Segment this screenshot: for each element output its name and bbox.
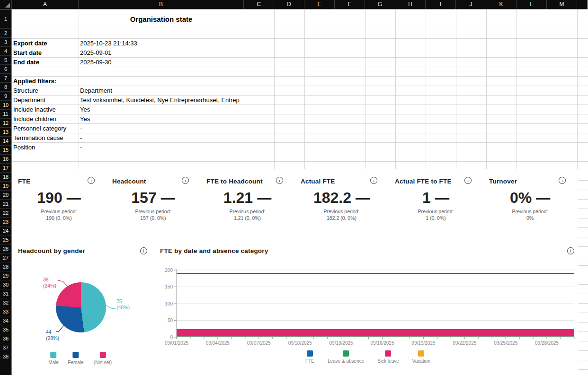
- row-header[interactable]: 20: [0, 191, 11, 200]
- row-header[interactable]: 34: [0, 316, 11, 325]
- cell-label[interactable]: Position: [13, 143, 78, 152]
- row-header[interactable]: 27: [0, 253, 11, 262]
- row-header[interactable]: 10: [0, 101, 11, 110]
- row-header[interactable]: 32: [0, 298, 11, 307]
- info-icon[interactable]: i: [276, 177, 283, 184]
- select-all-corner[interactable]: [0, 0, 12, 9]
- row-header[interactable]: 38: [0, 352, 11, 361]
- kpi-card[interactable]: Headcount i 157— Previous period: 157 (0…: [106, 169, 200, 241]
- info-icon[interactable]: i: [140, 247, 147, 254]
- sheet-row: Personnel category-: [12, 124, 244, 133]
- row-header[interactable]: 8: [0, 83, 11, 92]
- row-header[interactable]: 36: [0, 334, 11, 343]
- column-header[interactable]: H: [395, 0, 426, 9]
- cell-value[interactable]: -: [80, 133, 243, 143]
- column-header[interactable]: J: [456, 0, 486, 9]
- cell-label[interactable]: Structure: [13, 86, 78, 96]
- cell-value[interactable]: -: [80, 143, 243, 152]
- column-header[interactable]: L: [517, 0, 547, 9]
- cell-label[interactable]: Personnel category: [13, 124, 78, 133]
- cell-value[interactable]: 2025-10-23 21:14:33: [80, 39, 243, 48]
- info-icon[interactable]: i: [559, 177, 566, 184]
- cell-value[interactable]: -: [80, 124, 243, 133]
- line-chart-title: FTE by date and absence category: [160, 247, 268, 254]
- cell-value[interactable]: Yes: [80, 105, 243, 114]
- column-headers: ABCDEFGHIJKLM: [12, 0, 588, 9]
- row-header[interactable]: 9: [0, 92, 11, 101]
- legend-swatch-icon: [51, 352, 57, 358]
- column-header[interactable]: C: [244, 0, 274, 9]
- legend-label: FTE: [305, 358, 314, 364]
- cell-label[interactable]: Include inactive: [13, 105, 78, 114]
- cell-label[interactable]: Include children: [13, 114, 78, 124]
- row-header[interactable]: 23: [0, 218, 11, 227]
- row-header[interactable]: 26: [0, 244, 11, 253]
- cell-label[interactable]: Start date: [13, 48, 78, 58]
- row-header[interactable]: 37: [0, 343, 11, 352]
- column-header-partial[interactable]: [577, 0, 588, 9]
- cell-value[interactable]: 2025-09-01: [80, 48, 243, 58]
- cell-label[interactable]: Termination cause: [13, 133, 78, 143]
- column-header[interactable]: B: [79, 0, 244, 9]
- row-header[interactable]: 28: [0, 262, 11, 271]
- info-icon[interactable]: i: [567, 247, 574, 254]
- row-header[interactable]: 16: [0, 155, 11, 164]
- headcount-by-gender-chart[interactable]: Headcount by gender i 75(48%)44(28%)38(2…: [12, 244, 159, 375]
- kpi-card[interactable]: Actual FTE to FTE i 1— Previous period: …: [389, 169, 483, 241]
- row-header[interactable]: 6: [0, 65, 11, 74]
- row-header[interactable]: 2: [0, 29, 11, 38]
- cell-label[interactable]: End date: [13, 58, 78, 67]
- row-header[interactable]: 7: [0, 74, 11, 83]
- row-header[interactable]: 17: [0, 164, 11, 173]
- x-axis-label: 09/13/2025: [330, 340, 353, 346]
- kpi-card[interactable]: Actual FTE i 182.2— Previous period: 182…: [294, 169, 389, 241]
- legend-swatch-icon: [385, 350, 391, 357]
- row-header[interactable]: 5: [0, 56, 11, 65]
- cell-value[interactable]: Yes: [80, 114, 243, 124]
- row-header[interactable]: 15: [0, 146, 11, 155]
- kpi-card[interactable]: FTE i 190— Previous period: 190 (0, 0%): [12, 169, 106, 241]
- kpi-card[interactable]: Turnover i 0%— Previous period: 0%: [483, 169, 577, 241]
- cell-value[interactable]: Department: [80, 86, 243, 96]
- row-header[interactable]: 25: [0, 235, 11, 244]
- row-header[interactable]: 19: [0, 182, 11, 191]
- column-header[interactable]: M: [547, 0, 577, 9]
- cell-label[interactable]: Department: [13, 96, 78, 105]
- info-icon[interactable]: i: [370, 177, 377, 184]
- row-header[interactable]: 21: [0, 200, 11, 209]
- row-header[interactable]: 12: [0, 119, 11, 128]
- kpi-card[interactable]: FTE to Headcount i 1.21— Previous period…: [200, 169, 294, 241]
- row-header[interactable]: 18: [0, 173, 11, 182]
- column-header[interactable]: I: [426, 0, 456, 9]
- column-header[interactable]: A: [12, 0, 79, 9]
- column-header[interactable]: F: [335, 0, 365, 9]
- row-header[interactable]: 22: [0, 209, 11, 218]
- row-header[interactable]: 4: [0, 47, 11, 56]
- cell-value[interactable]: Test virksomhet, Kundetest, Nye Entrepre…: [80, 96, 243, 105]
- cell-label[interactable]: Applied filters:: [13, 77, 78, 86]
- info-icon[interactable]: i: [88, 177, 95, 184]
- pie-chart-title: Headcount by gender: [18, 247, 85, 254]
- row-header[interactable]: 14: [0, 137, 11, 146]
- row-header[interactable]: 1: [0, 9, 11, 29]
- cell-label[interactable]: Export date: [13, 39, 78, 48]
- info-icon[interactable]: i: [182, 177, 189, 184]
- row-header[interactable]: 3: [0, 38, 11, 47]
- column-header[interactable]: G: [365, 0, 395, 9]
- row-header[interactable]: 24: [0, 227, 11, 235]
- row-header[interactable]: 33: [0, 307, 11, 316]
- column-header[interactable]: D: [274, 0, 304, 9]
- row-header[interactable]: 29: [0, 271, 11, 280]
- fte-by-date-chart[interactable]: FTE by date and absence category i 05010…: [159, 244, 577, 375]
- row-header[interactable]: 30: [0, 280, 11, 289]
- column-header[interactable]: K: [486, 0, 517, 9]
- kpi-value: 182.2—: [294, 189, 389, 207]
- cell-value[interactable]: 2025-09-30: [80, 58, 243, 67]
- row-header[interactable]: 35: [0, 325, 11, 334]
- column-header[interactable]: E: [304, 0, 335, 9]
- row-header[interactable]: 31: [0, 289, 11, 298]
- row-header[interactable]: 11: [0, 110, 11, 119]
- row-header[interactable]: 13: [0, 128, 11, 137]
- info-icon[interactable]: i: [464, 177, 472, 184]
- kpi-value: 1—: [389, 189, 483, 207]
